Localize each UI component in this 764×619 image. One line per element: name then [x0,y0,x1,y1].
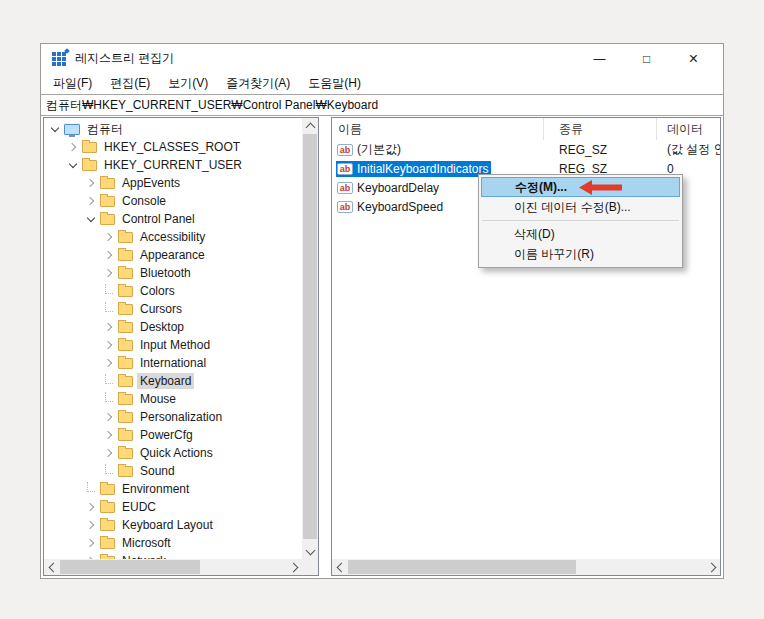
folder-icon [100,520,115,531]
menubar-item-e[interactable]: 편집(E) [101,73,159,94]
chevron-down-icon[interactable] [66,158,80,172]
red-arrow-annotation-icon [579,180,622,198]
menubar-item-v[interactable]: 보기(V) [159,73,217,94]
context-menu-item-m[interactable]: 수정(M)... [481,177,680,197]
horizontal-scroll-thumb[interactable] [60,560,200,574]
chevron-down-icon[interactable] [48,122,62,136]
tree-item-sound[interactable]: Sound [44,462,302,480]
chevron-right-icon[interactable] [102,410,116,424]
value-data-cell: (값 설정 안 됨) [657,141,720,158]
chevron-right-icon[interactable] [102,356,116,370]
chevron-right-icon[interactable] [102,338,116,352]
tree-item-label: Keyboard [137,373,194,389]
tree-item-desktop[interactable]: Desktop [44,318,302,336]
folder-icon [118,322,133,333]
tree-item-hkey-current-user[interactable]: HKEY_CURRENT_USER [44,156,302,174]
context-menu-item-b[interactable]: 이진 데이터 수정(B)... [481,197,680,217]
registry-editor-app-icon [52,52,66,66]
tree-item-label: Accessibility [137,229,208,245]
tree-item-control-panel[interactable]: Control Panel [44,210,302,228]
folder-icon [118,412,133,423]
maximize-button[interactable]: □ [623,44,670,73]
value-type-cell: REG_SZ [544,143,657,157]
chevron-right-icon[interactable] [102,446,116,460]
selected-value-highlight: abInitialKeyboardIndicators [336,161,491,177]
chevron-right-icon[interactable] [84,518,98,532]
tree-item-mouse[interactable]: Mouse [44,390,302,408]
context-menu-item-d[interactable]: 삭제(D) [481,224,680,244]
column-header-type[interactable]: 종류 [544,118,657,140]
chevron-right-icon[interactable] [66,140,80,154]
scroll-right-icon[interactable] [704,559,720,575]
menubar-item-h[interactable]: 도움말(H) [299,73,370,94]
chevron-right-icon[interactable] [84,500,98,514]
chevron-right-icon[interactable] [102,248,116,262]
tree-item-console[interactable]: Console [44,192,302,210]
chevron-right-icon[interactable] [84,194,98,208]
value-name-label: KeyboardDelay [357,181,439,195]
chevron-down-icon[interactable] [84,212,98,226]
minimize-button[interactable]: — [576,44,623,73]
chevron-right-icon[interactable] [84,536,98,550]
scroll-down-icon[interactable] [302,543,318,559]
context-menu-item-label: 수정(M)... [515,179,567,196]
tree-item-network[interactable]: Network [44,552,302,559]
tree-item-environment[interactable]: Environment [44,480,302,498]
context-menu-item-r[interactable]: 이름 바꾸기(R) [481,244,680,264]
column-header-name[interactable]: 이름 [332,118,544,140]
tree-item-international[interactable]: International [44,354,302,372]
tree-item-label: Console [119,193,169,209]
close-button[interactable]: × [670,44,717,73]
tree-item-microsoft[interactable]: Microsoft [44,534,302,552]
chevron-right-icon[interactable] [102,428,116,442]
chevron-right-icon[interactable] [102,230,116,244]
context-menu-item-label: 삭제(D) [514,226,555,243]
chevron-right-icon[interactable] [84,176,98,190]
menubar-item-a[interactable]: 즐겨찾기(A) [217,73,299,94]
value-row-item[interactable]: ab(기본값)REG_SZ(값 설정 안 됨) [332,140,720,159]
chevron-right-icon[interactable] [102,266,116,280]
column-header-label: 데이터 [667,121,703,138]
scroll-left-icon[interactable] [332,559,348,575]
tree-item-powercfg[interactable]: PowerCfg [44,426,302,444]
tree-item-label: Desktop [137,319,187,335]
horizontal-scroll-thumb[interactable] [348,560,576,574]
list-horizontal-scrollbar[interactable] [332,559,720,575]
folder-icon [118,448,133,459]
tree-dotted-guide [102,464,116,478]
tree-item-item[interactable]: 컴퓨터 [44,120,302,138]
folder-icon [100,484,115,495]
tree-item-keyboard-layout[interactable]: Keyboard Layout [44,516,302,534]
folder-icon [118,466,133,477]
column-header-data[interactable]: 데이터 [657,118,720,140]
tree-item-accessibility[interactable]: Accessibility [44,228,302,246]
tree-vertical-scrollbar[interactable] [302,118,318,559]
tree-item-appevents[interactable]: AppEvents [44,174,302,192]
tree-item-bluetooth[interactable]: Bluetooth [44,264,302,282]
address-bar[interactable]: 컴퓨터₩HKEY_CURRENT_USER₩Control Panel₩Keyb… [41,94,723,116]
tree-item-appearance[interactable]: Appearance [44,246,302,264]
tree-item-personalization[interactable]: Personalization [44,408,302,426]
tree-item-label: HKEY_CURRENT_USER [101,157,245,173]
tree-item-label: Sound [137,463,178,479]
tree-item-label: International [137,355,209,371]
list-column-headers: 이름종류데이터 [332,118,720,140]
tree-horizontal-scrollbar[interactable] [44,559,302,575]
value-name-cell: ab(기본값) [332,140,544,159]
scroll-up-icon[interactable] [302,118,318,134]
tree-item-cursors[interactable]: Cursors [44,300,302,318]
tree-item-label: AppEvents [119,175,183,191]
tree-item-eudc[interactable]: EUDC [44,498,302,516]
menubar-item-f[interactable]: 파일(F) [44,73,101,94]
tree-item-quick-actions[interactable]: Quick Actions [44,444,302,462]
value-context-menu: 수정(M)...이진 데이터 수정(B)...삭제(D)이름 바꾸기(R) [478,174,683,268]
scroll-left-icon[interactable] [44,559,60,575]
scroll-right-icon[interactable] [286,559,302,575]
tree-item-input-method[interactable]: Input Method [44,336,302,354]
tree-item-keyboard[interactable]: Keyboard [44,372,302,390]
vertical-scroll-thumb[interactable] [303,134,317,539]
column-header-label: 이름 [338,121,362,138]
chevron-right-icon[interactable] [102,320,116,334]
tree-item-colors[interactable]: Colors [44,282,302,300]
tree-item-hkey-classes-root[interactable]: HKEY_CLASSES_ROOT [44,138,302,156]
